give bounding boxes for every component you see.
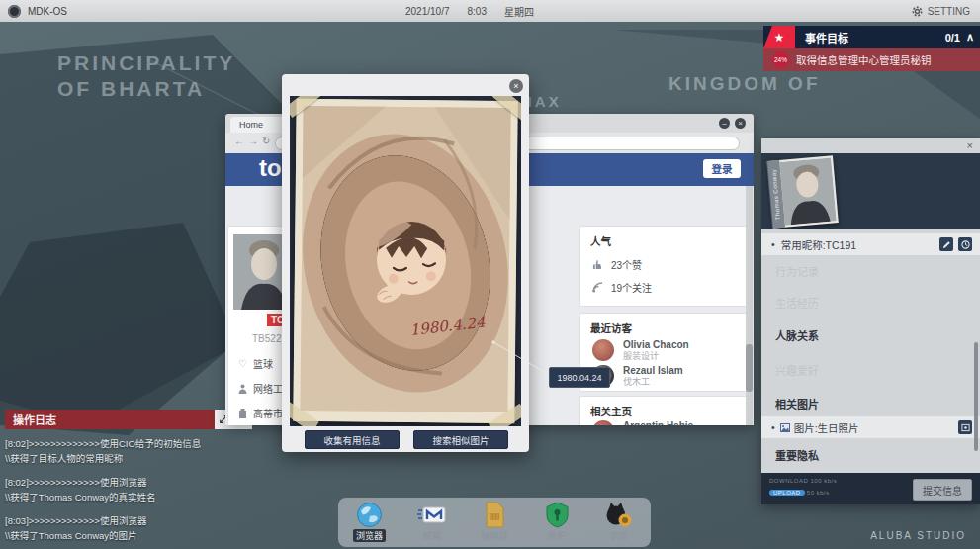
network-status-bar: DOWNLOAD 100 kb/s UPLOAD 50 kb/s 提交信息 (761, 473, 980, 504)
profile-interest[interactable]: ♡ 篮球 (238, 356, 273, 371)
dock-item-protection[interactable]: 防护 (531, 502, 582, 542)
browser-icon (356, 502, 383, 528)
related-card: 相关主页 Argentin Hebie 出纳员 Karabo Krb 大学教授 (579, 396, 748, 425)
studio-credit: ALUBA STUDIO (870, 530, 966, 541)
log-entry-action: [8:02]>>>>>>>>>>>>>使用浏览器 (5, 475, 215, 490)
photo-file-icon (780, 423, 790, 432)
forward-icon[interactable]: → (248, 136, 258, 146)
target-photo-area: Thomas Conway (761, 153, 980, 229)
close-icon[interactable]: × (967, 139, 973, 151)
visitor-row[interactable]: Olivia Chacon 服装设计 (592, 339, 689, 362)
visitor-name: Rezaul Islam (623, 365, 683, 377)
follows-count: 19个关注 (611, 280, 652, 295)
close-icon[interactable]: × (509, 79, 523, 93)
related-title: 相关主页 (580, 397, 747, 418)
visitor-name: Olivia Chacon (623, 339, 689, 351)
related-row[interactable]: Argentin Hebie 出纳员 (592, 420, 693, 425)
sim-card-icon (483, 502, 506, 528)
feed-icon (592, 282, 603, 293)
thumbs-up-icon (592, 259, 603, 270)
person-icon (238, 384, 247, 394)
photo-viewer-modal: × (282, 74, 529, 452)
dock-label: 破解器 (481, 529, 507, 542)
log-entry-result: \\获得了Thomas Conway的图片 (5, 528, 215, 543)
objectives-panel: ★ 事件目标 0/1 ∧ 24% 取得信息管理中心管理员秘钥 (763, 26, 980, 71)
building-icon (238, 409, 247, 418)
log-entry-action: [8:03]>>>>>>>>>>>>>使用浏览器 (5, 513, 215, 528)
profile-city[interactable]: 高蒂市 (238, 406, 283, 420)
likes-row: 23个赞 (592, 257, 642, 272)
back-icon[interactable]: ← (234, 136, 244, 146)
close-button[interactable]: × (735, 118, 746, 129)
image-item-label: 图片:生日照片 (794, 420, 859, 435)
settings-label: SETTING (928, 6, 970, 17)
section-behavior: 行为记录 (775, 263, 819, 279)
nickname-row[interactable]: • 常用昵称:TC191 (761, 233, 980, 255)
section-network: 人脉关系 (775, 327, 819, 343)
visitor-job: 服装设计 (623, 351, 689, 362)
image-item-row[interactable]: • 图片:生日照片 (761, 416, 980, 438)
log-entry-action: [8:02]>>>>>>>>>>>>>使用CIO给予的初始信息 (5, 436, 215, 451)
heart-icon: ♡ (238, 358, 247, 369)
log-entry-result: \\获得了目标人物的常用昵称 (5, 451, 215, 466)
objectives-header[interactable]: ★ 事件目标 0/1 ∧ (763, 26, 980, 48)
settings-button[interactable]: SETTING (912, 0, 970, 22)
view-image-button[interactable] (958, 420, 972, 434)
related-name: Argentin Hebie (623, 420, 693, 425)
system-weekday: 星期四 (504, 4, 534, 19)
mail-icon (417, 502, 447, 528)
scrollbar[interactable] (746, 186, 753, 425)
minimize-button[interactable]: – (719, 118, 730, 129)
likes-count: 23个赞 (611, 257, 642, 272)
objective-item[interactable]: 24% 取得信息管理中心管理员秘钥 (763, 48, 980, 71)
dock-item-browser[interactable]: 浏览器 (344, 502, 396, 542)
taskbar-dock: 浏览器 邮箱 破解器 防护 伪装 (338, 498, 651, 547)
visitor-job: 伐木工 (623, 377, 683, 388)
download-speed: 100 kb/s (811, 478, 838, 484)
site-logo: to (259, 154, 282, 182)
system-topbar: MDK-OS 2021/10/7 8:03 星期四 SETTING (0, 0, 980, 22)
submit-info-button[interactable]: 提交信息 (913, 479, 972, 501)
operation-log: 操作日志 展 [8:02]>>>>>>>>>>>>>使用CIO给予的初始信息 \… (5, 410, 215, 543)
target-profile-panel: × Thomas Conway • 常用昵称:TC191 行为记录 生活经历 人… (761, 138, 980, 504)
target-photo[interactable]: Thomas Conway (767, 155, 839, 228)
popularity-title: 人气 (580, 227, 747, 248)
download-label: DOWNLOAD (769, 478, 808, 484)
map-region-label: OF BHARTA (57, 77, 205, 101)
collapse-icon[interactable]: ∧ (966, 31, 974, 44)
section-hobby: 兴趣爱好 (775, 362, 819, 378)
search-similar-button[interactable]: 搜索相似图片 (413, 430, 508, 449)
login-button[interactable]: 登录 (703, 159, 741, 178)
mask-icon (605, 502, 633, 528)
popularity-card: 人气 23个赞 19个关注 (579, 226, 748, 307)
collect-info-button[interactable]: 收集有用信息 (305, 430, 400, 449)
history-icon-button[interactable] (958, 237, 972, 251)
dock-item-mail[interactable]: 邮箱 (406, 502, 458, 542)
log-entry-result: \\获得了Thomas Conway的真实姓名 (5, 490, 215, 504)
objective-percent-badge: 24% (772, 51, 789, 68)
log-header[interactable]: 操作日志 (5, 410, 215, 429)
section-images: 相关图片 (775, 396, 819, 412)
polaroid-photo: 1980.4.24 (293, 99, 517, 423)
follows-row: 19个关注 (592, 280, 652, 295)
dock-item-disguise[interactable]: 伪装 (593, 502, 645, 542)
nickname-value: 常用昵称:TC191 (781, 237, 856, 252)
os-logo-icon (8, 5, 21, 18)
date-tooltip: 1980.04.24 (549, 367, 610, 388)
upload-speed: 50 kb/s (807, 490, 830, 496)
dock-label: 浏览器 (353, 529, 386, 542)
scrollbar-thumb[interactable] (746, 344, 753, 392)
avatar (592, 420, 614, 425)
city-label: 高蒂市 (253, 406, 283, 420)
edit-icon-button[interactable] (939, 237, 953, 251)
star-icon: ★ (763, 26, 795, 48)
panel-scrollbar-thumb[interactable] (974, 342, 978, 451)
dock-item-cracker[interactable]: 破解器 (469, 502, 520, 542)
dock-label: 防护 (548, 529, 566, 542)
system-date: 2021/10/7 (405, 6, 450, 17)
objectives-progress: 0/1 (945, 32, 960, 44)
objective-text: 取得信息管理中心管理员秘钥 (796, 52, 932, 67)
panel-scrollbar[interactable] (974, 233, 978, 469)
refresh-icon[interactable]: ↻ (262, 136, 270, 146)
interest-label: 篮球 (253, 356, 273, 371)
